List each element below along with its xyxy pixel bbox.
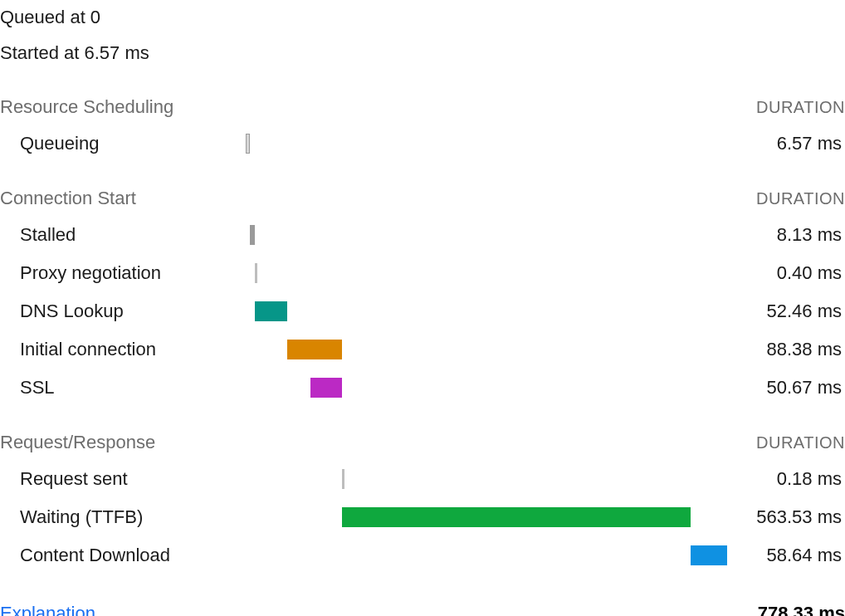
timing-row-value: 563.53 ms	[727, 506, 845, 528]
timing-bar-track	[246, 262, 727, 285]
timing-bar-track	[246, 223, 727, 247]
timing-row: Waiting (TTFB)563.53 ms	[0, 498, 845, 536]
timing-row: SSL50.67 ms	[0, 369, 845, 407]
timing-bar	[342, 507, 691, 527]
timing-row-value: 0.40 ms	[727, 262, 845, 284]
timing-row-value: 50.67 ms	[727, 377, 845, 398]
section-duration-header: DURATION	[756, 98, 845, 117]
timing-row-value: 52.46 ms	[727, 301, 845, 322]
timing-row-value: 0.18 ms	[727, 468, 845, 490]
section-header: Resource SchedulingDURATION	[0, 96, 845, 125]
timing-bar-track	[246, 338, 727, 361]
timing-bar-track	[246, 506, 727, 529]
timing-bar	[287, 340, 342, 359]
timing-bar-track	[246, 132, 727, 155]
timing-row: Queueing6.57 ms	[0, 125, 845, 163]
timing-bar	[691, 545, 727, 565]
queued-at: Queued at 0	[0, 0, 845, 36]
timing-bar	[255, 263, 257, 283]
timing-row-label: Content Download	[0, 545, 246, 566]
timing-bar	[246, 134, 250, 154]
timing-bar-track	[246, 300, 727, 323]
section-title: Request/Response	[0, 432, 155, 453]
timing-row-label: Initial connection	[0, 339, 246, 360]
timing-row: DNS Lookup52.46 ms	[0, 292, 845, 330]
timing-row: Initial connection88.38 ms	[0, 330, 845, 369]
timing-row-value: 6.57 ms	[727, 133, 845, 154]
section-duration-header: DURATION	[756, 433, 845, 452]
timing-bar	[342, 469, 344, 489]
timing-bar	[310, 378, 342, 398]
timing-row-label: Waiting (TTFB)	[0, 506, 246, 528]
timing-row: Content Download58.64 ms	[0, 536, 845, 574]
timing-row: Stalled8.13 ms	[0, 216, 845, 254]
section-header: Request/ResponseDURATION	[0, 432, 845, 460]
timing-bar	[255, 301, 287, 321]
started-at: Started at 6.57 ms	[0, 36, 845, 71]
timing-bar	[250, 225, 255, 245]
section-header: Connection StartDURATION	[0, 188, 845, 216]
timing-row-value: 58.64 ms	[727, 545, 845, 566]
timing-bar-track	[246, 376, 727, 399]
timing-panel: Queued at 0 Started at 6.57 ms Resource …	[0, 0, 845, 616]
section-duration-header: DURATION	[756, 189, 845, 208]
section-title: Connection Start	[0, 188, 136, 209]
timing-row-label: Stalled	[0, 224, 246, 246]
footer: Explanation 778.33 ms	[0, 603, 845, 616]
timing-row: Proxy negotiation0.40 ms	[0, 254, 845, 292]
timing-row-value: 8.13 ms	[727, 224, 845, 246]
timing-row-label: Request sent	[0, 468, 246, 490]
timing-row: Request sent0.18 ms	[0, 460, 845, 498]
timing-row-label: SSL	[0, 377, 246, 398]
timing-bar-track	[246, 467, 727, 491]
timing-row-value: 88.38 ms	[727, 339, 845, 360]
timing-row-label: Proxy negotiation	[0, 262, 246, 284]
timing-section: Request/ResponseDURATIONRequest sent0.18…	[0, 432, 845, 574]
section-title: Resource Scheduling	[0, 96, 173, 118]
timing-section: Connection StartDURATIONStalled8.13 msPr…	[0, 188, 845, 407]
explanation-link[interactable]: Explanation	[0, 603, 95, 616]
timing-bar-track	[246, 544, 727, 567]
timing-section: Resource SchedulingDURATIONQueueing6.57 …	[0, 96, 845, 163]
timing-row-label: Queueing	[0, 133, 246, 154]
total-duration: 778.33 ms	[758, 603, 845, 616]
timing-row-label: DNS Lookup	[0, 301, 246, 322]
